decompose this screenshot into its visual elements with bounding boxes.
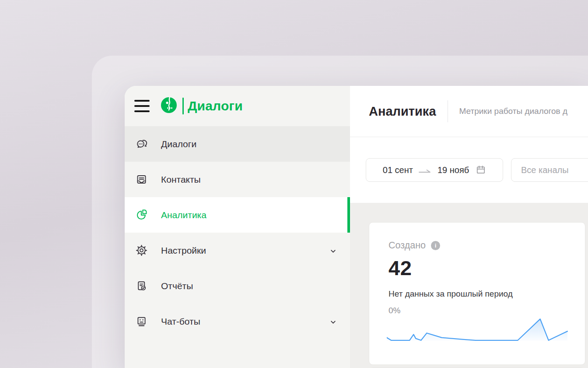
sidebar-item-kontakty[interactable]: Контакты	[125, 162, 350, 197]
channels-select[interactable]: Все каналы	[511, 158, 588, 182]
gear-icon	[136, 244, 147, 256]
page-header: Аналитика Метрики работы диалогов д	[350, 86, 588, 137]
sidebar-item-label: Отчёты	[161, 281, 193, 291]
sparkline-area	[387, 319, 567, 341]
sidebar-header: Диалоги	[125, 86, 350, 126]
report-check-icon	[136, 280, 147, 292]
sidebar: Диалоги Диалоги	[125, 86, 350, 368]
sidebar-item-dialogi[interactable]: Диалоги	[125, 126, 350, 162]
pie-chart-icon	[136, 209, 147, 221]
chevron-down-icon[interactable]	[329, 247, 337, 254]
sidebar-item-nastroyki[interactable]: Настройки	[125, 233, 350, 268]
sidebar-item-chat-boty[interactable]: Чат-боты	[125, 304, 350, 339]
sidebar-item-otchety[interactable]: Отчёты	[125, 268, 350, 304]
brand-divider	[182, 98, 184, 114]
date-from: 01 сент	[383, 165, 413, 175]
chat-bubbles-icon	[136, 138, 147, 150]
sparkline-chart	[387, 316, 568, 343]
robot-icon	[136, 315, 147, 327]
sidebar-nav: Диалоги Контакты	[125, 126, 350, 339]
app-window: Диалоги Диалоги	[125, 86, 588, 368]
header-divider	[448, 100, 448, 122]
date-to: 19 нояб	[438, 165, 469, 175]
sidebar-item-analitika[interactable]: Аналитика	[125, 197, 350, 233]
metric-card-created: Создано i 42 Нет данных за прошлый перио…	[369, 222, 585, 365]
metric-value: 42	[388, 256, 412, 280]
sidebar-item-label: Настройки	[161, 245, 206, 256]
metric-card-header: Создано i	[388, 240, 440, 251]
metric-note: Нет данных за прошлый период	[388, 289, 513, 299]
main-area: Аналитика Метрики работы диалогов д 01 с…	[350, 86, 588, 368]
page-title: Аналитика	[369, 104, 436, 119]
hamburger-menu-icon[interactable]	[134, 100, 150, 112]
metric-label: Создано	[388, 240, 426, 251]
contacts-tray-icon	[136, 173, 147, 185]
brand[interactable]: Диалоги	[161, 97, 243, 115]
brand-name: Диалоги	[188, 99, 243, 113]
brand-logo	[161, 97, 177, 115]
date-arrow-icon	[419, 167, 432, 173]
page-subtitle: Метрики работы диалогов д	[459, 106, 568, 116]
channels-placeholder: Все каналы	[521, 165, 569, 175]
sidebar-item-label: Диалоги	[161, 139, 196, 149]
sidebar-item-label: Аналитика	[161, 210, 206, 220]
chevron-down-icon[interactable]	[329, 318, 337, 325]
sidebar-item-label: Контакты	[161, 174, 201, 185]
metric-percent: 0%	[388, 306, 400, 315]
sidebar-item-label: Чат-боты	[161, 316, 200, 327]
filter-bar: 01 сент 19 нояб Все каналы	[350, 137, 588, 203]
calendar-icon	[476, 165, 486, 175]
info-icon[interactable]: i	[431, 241, 440, 250]
content-area: Создано i 42 Нет данных за прошлый перио…	[350, 203, 588, 368]
date-range-picker[interactable]: 01 сент 19 нояб	[366, 158, 503, 182]
